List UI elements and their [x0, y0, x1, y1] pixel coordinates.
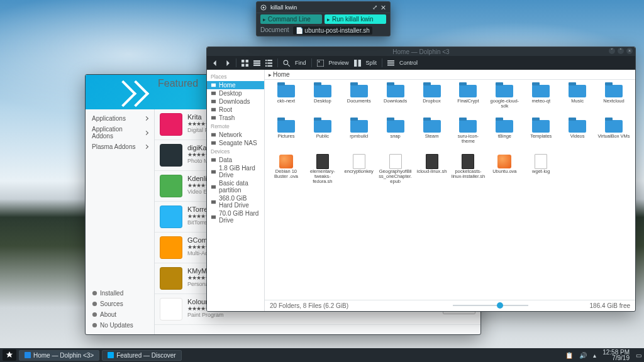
- file-item[interactable]: wget-log: [523, 154, 558, 188]
- file-item[interactable]: Videos: [560, 119, 595, 153]
- file-item[interactable]: icloud-linux.sh: [414, 154, 450, 188]
- file-item[interactable]: suru-icon-theme: [451, 119, 486, 153]
- menu-icon[interactable]: [387, 60, 394, 67]
- file-item[interactable]: Ubuntu.ova: [487, 154, 522, 188]
- krunner: ⤢ ▸ Command Line ▸ Run killall kwin Docu…: [256, 1, 391, 36]
- expand-icon[interactable]: ⤢: [372, 4, 377, 11]
- file-item[interactable]: Templates: [523, 119, 558, 153]
- discover-sidebar: ApplicationsApplication AddonsPlasma Add…: [86, 109, 155, 334]
- file-item[interactable]: ckb-next: [269, 84, 304, 118]
- file-item[interactable]: Downloads: [378, 84, 413, 118]
- clock[interactable]: 12:58 PM7/9/19: [602, 349, 630, 361]
- zoom-slider[interactable]: [453, 302, 528, 309]
- place-item[interactable]: Basic data partition: [207, 179, 264, 194]
- place-item[interactable]: Data: [207, 156, 264, 164]
- control-button[interactable]: Control: [399, 60, 418, 66]
- sidebar-cat[interactable]: Plasma Addons: [89, 141, 150, 152]
- place-item[interactable]: 368.0 GiB Hard Drive: [207, 194, 264, 209]
- file-item[interactable]: rpmbuild: [341, 119, 377, 153]
- file-item[interactable]: Public: [305, 119, 340, 153]
- details-view-icon[interactable]: [265, 60, 272, 67]
- file-item[interactable]: Dropbox: [414, 84, 450, 118]
- find-button[interactable]: Find: [295, 60, 306, 66]
- minimize-button[interactable]: ˅: [609, 48, 615, 54]
- split-button[interactable]: Split: [366, 60, 377, 66]
- file-item[interactable]: Desktop: [305, 84, 340, 118]
- forward-icon[interactable]: [224, 60, 231, 67]
- file-item[interactable]: google-cloud-sdk: [487, 84, 522, 118]
- place-item[interactable]: Seagate NAS: [207, 139, 264, 147]
- close-icon[interactable]: [381, 5, 386, 10]
- file-item[interactable]: Debian 10 Buster .ova: [269, 154, 304, 188]
- system-tray[interactable]: 📋 🔊 ▴ 12:58 PM7/9/19 ▭: [565, 349, 641, 361]
- svg-rect-22: [387, 60, 394, 62]
- split-icon[interactable]: [354, 60, 361, 67]
- clipboard-icon[interactable]: 📋: [565, 352, 573, 359]
- place-item[interactable]: Network: [207, 131, 264, 139]
- task-dolphin[interactable]: Home — Dolphin <3>: [19, 350, 99, 361]
- compact-view-icon[interactable]: [253, 60, 260, 67]
- file-item[interactable]: pocketcasts-linux-installer.sh: [451, 154, 486, 188]
- places-panel: Places HomeDesktopDownloadsRootTrash Rem…: [207, 70, 265, 311]
- place-item[interactable]: Desktop: [207, 89, 264, 97]
- run-kill-option[interactable]: ▸ Run killall kwin: [325, 14, 386, 24]
- maximize-button[interactable]: ˄: [618, 48, 624, 54]
- icons-view-icon[interactable]: [242, 60, 248, 67]
- back-icon[interactable]: [212, 60, 219, 67]
- sidebar-meta-about[interactable]: About: [89, 309, 150, 320]
- file-item[interactable]: Pictures: [269, 119, 304, 153]
- preview-icon[interactable]: [317, 60, 324, 67]
- run-command-option[interactable]: ▸ Command Line: [260, 14, 322, 24]
- file-item[interactable]: VirtualBox VMs: [596, 119, 631, 153]
- file-item[interactable]: GeographyofBliss_oneChapter.epub: [378, 154, 413, 188]
- preview-button[interactable]: Preview: [329, 60, 349, 66]
- file-item[interactable]: FinalCrypt: [451, 84, 486, 118]
- place-item[interactable]: 70.0 GiB Hard Drive: [207, 209, 264, 224]
- doc-result[interactable]: 📄 ubuntu-post-installer.sh: [293, 26, 372, 35]
- place-item[interactable]: 1.8 GiB Hard Drive: [207, 164, 264, 179]
- file-grid[interactable]: ckb-nextDesktopDocumentsDownloadsDropbox…: [265, 80, 635, 300]
- app-launcher[interactable]: [3, 349, 16, 361]
- sidebar-cat[interactable]: Applications: [89, 113, 150, 124]
- file-item[interactable]: meteo-qt: [523, 84, 558, 118]
- doc-label: Document: [260, 26, 289, 35]
- svg-point-38: [263, 6, 265, 8]
- breadcrumb[interactable]: ▸ Home: [265, 70, 635, 80]
- svg-point-0: [92, 291, 97, 295]
- taskbar: Home — Dolphin <3> Featured — Discover 📋…: [0, 348, 644, 362]
- svg-rect-7: [246, 63, 248, 66]
- file-item[interactable]: Music: [560, 84, 595, 118]
- place-item[interactable]: Home: [207, 81, 264, 89]
- svg-rect-18: [317, 60, 324, 67]
- task-discover[interactable]: Featured — Discover: [102, 350, 181, 361]
- svg-rect-23: [387, 62, 394, 63]
- file-item[interactable]: Nextcloud: [596, 84, 631, 118]
- svg-rect-34: [211, 185, 216, 188]
- krunner-input[interactable]: [270, 4, 369, 11]
- tray-arrow-icon[interactable]: ▴: [593, 352, 596, 359]
- gear-icon[interactable]: [260, 4, 267, 11]
- file-item[interactable]: elementary-tweaks-fedora.sh: [305, 154, 340, 188]
- svg-rect-9: [253, 62, 260, 63]
- svg-point-2: [92, 312, 97, 317]
- close-button[interactable]: ×: [626, 48, 633, 54]
- dolphin-window: Home — Dolphin <3 ˅ ˄ × Find Preview Spl…: [206, 47, 636, 312]
- sidebar-meta-sources[interactable]: Sources: [89, 299, 150, 309]
- sidebar-meta-installed[interactable]: Installed: [89, 288, 150, 299]
- file-item[interactable]: Documents: [341, 84, 377, 118]
- file-item[interactable]: Steam: [414, 119, 450, 153]
- sidebar-cat[interactable]: Application Addons: [89, 124, 150, 141]
- place-item[interactable]: Trash: [207, 114, 264, 122]
- window-title: Home — Dolphin <3: [392, 48, 449, 55]
- dolphin-titlebar[interactable]: Home — Dolphin <3 ˅ ˄ ×: [207, 47, 635, 56]
- show-desktop-icon[interactable]: ▭: [636, 352, 641, 359]
- volume-icon[interactable]: 🔊: [579, 352, 587, 359]
- sidebar-meta-no-updates[interactable]: No Updates: [89, 320, 150, 331]
- place-item[interactable]: Root: [207, 106, 264, 114]
- status-bar: 20 Folders, 8 Files (6.2 GiB) 186.4 GiB …: [265, 300, 635, 311]
- place-item[interactable]: Downloads: [207, 97, 264, 106]
- search-icon[interactable]: [283, 60, 290, 67]
- file-item[interactable]: tBinge: [487, 119, 522, 153]
- file-item[interactable]: snap: [378, 119, 413, 153]
- file-item[interactable]: encryptionkey: [341, 154, 377, 188]
